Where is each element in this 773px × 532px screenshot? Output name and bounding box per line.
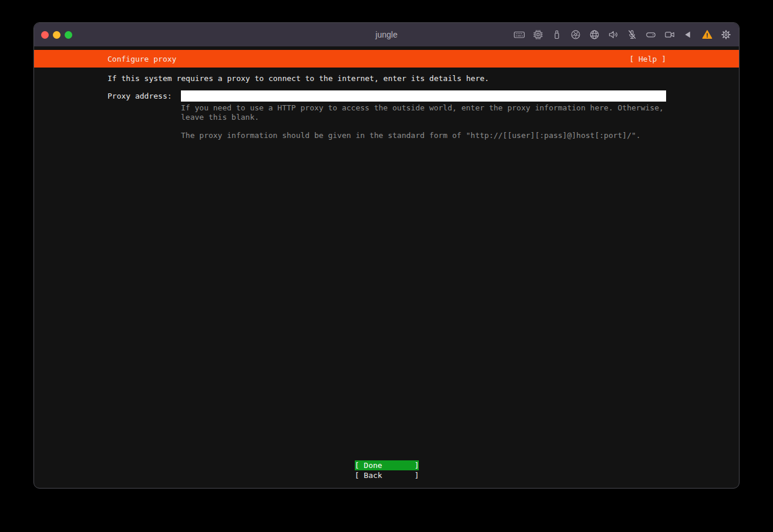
gear-icon[interactable] xyxy=(720,29,732,41)
installer-terminal: Configure proxy [ Help ] If this system … xyxy=(34,46,739,488)
vm-toolbar xyxy=(513,29,732,41)
proxy-help-text: If you need to use a HTTP proxy to acces… xyxy=(181,103,666,122)
help-button[interactable]: [ Help ] xyxy=(629,55,666,63)
minimize-button[interactable] xyxy=(53,31,61,39)
proxy-form-row: Proxy address: xyxy=(107,90,666,102)
traffic-lights xyxy=(41,31,72,39)
camera-icon[interactable] xyxy=(664,29,675,41)
installer-content: If this system requires a proxy to conne… xyxy=(34,68,739,488)
cpu-icon[interactable] xyxy=(532,29,544,41)
done-button[interactable]: [ Done ] xyxy=(355,460,419,470)
footer-buttons: [ Done ] [ Back ] xyxy=(107,460,666,488)
cd-icon[interactable] xyxy=(570,29,582,41)
drive-icon[interactable] xyxy=(645,29,657,41)
proxy-address-input[interactable] xyxy=(181,90,666,102)
warning-icon[interactable] xyxy=(701,29,713,41)
network-icon[interactable] xyxy=(589,29,600,41)
installer-header: Configure proxy [ Help ] xyxy=(34,50,739,68)
usb-icon[interactable] xyxy=(551,29,563,41)
zoom-button[interactable] xyxy=(65,31,72,39)
mic-muted-icon[interactable] xyxy=(626,29,638,41)
proxy-format-note: The proxy information should be given in… xyxy=(181,131,666,140)
keyboard-icon[interactable] xyxy=(513,29,525,41)
close-button[interactable] xyxy=(41,31,49,39)
back-arrow-icon[interactable] xyxy=(683,29,694,41)
sound-icon[interactable] xyxy=(607,29,619,41)
window-titlebar: jungle xyxy=(34,23,739,46)
field-help: If you need to use a HTTP proxy to acces… xyxy=(181,103,666,140)
vm-window: jungle xyxy=(33,22,740,489)
content-spacer xyxy=(107,140,666,461)
intro-text: If this system requires a proxy to conne… xyxy=(107,74,666,83)
page-title: Configure proxy xyxy=(107,55,176,63)
proxy-address-label: Proxy address: xyxy=(107,90,172,102)
back-button[interactable]: [ Back ] xyxy=(355,470,419,480)
